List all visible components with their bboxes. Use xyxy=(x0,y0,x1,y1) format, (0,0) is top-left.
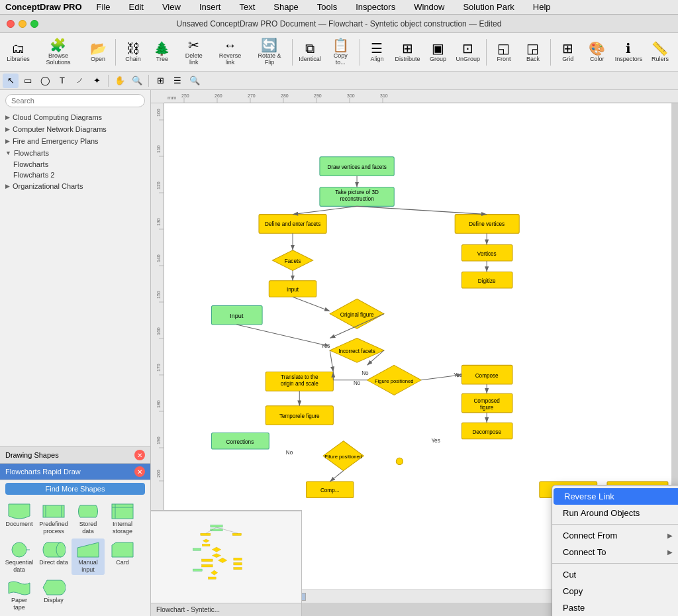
distribute-button[interactable]: ⊞ Distribute xyxy=(392,36,422,69)
back-button[interactable]: ◲ Back xyxy=(519,36,547,69)
shape-sequential-data[interactable]: Sequential data xyxy=(3,539,36,576)
maximize-button[interactable] xyxy=(30,20,38,28)
ctx-copy[interactable]: Copy xyxy=(552,583,678,599)
collapse-arrow: ▶ xyxy=(5,138,10,144)
rapid-draw-panel[interactable]: Flowcharts Rapid Draw ✕ xyxy=(0,464,150,480)
find-more-button[interactable]: Find More Shapes xyxy=(5,483,145,495)
copy-to-button[interactable]: 📋 Copy to... xyxy=(325,36,356,69)
rect-tool[interactable]: ▭ xyxy=(20,74,36,88)
shape-internal-storage[interactable]: Internal storage xyxy=(106,500,139,537)
menu-text[interactable]: Text xyxy=(235,1,259,13)
expand-arrow: ▼ xyxy=(5,150,11,156)
browse-solutions-button[interactable]: 🧩 Browse Solutions xyxy=(34,36,83,69)
front-button[interactable]: ◱ Front xyxy=(490,36,518,69)
rulers-button[interactable]: 📏 Rulers xyxy=(646,36,674,69)
sidebar-item-cloud[interactable]: ▶ Cloud Computing Diagrams xyxy=(0,111,150,123)
chain-button[interactable]: ⛓ Chain xyxy=(119,36,147,69)
shape-card[interactable]: Card xyxy=(106,539,139,576)
shape-manual-input[interactable]: Manual input xyxy=(72,539,105,576)
drawing-shapes-panel[interactable]: Drawing Shapes ✕ xyxy=(0,447,150,464)
text-tool[interactable]: T xyxy=(54,74,70,88)
menu-edit[interactable]: Edit xyxy=(125,1,148,13)
ctx-cut[interactable]: Cut xyxy=(552,566,678,583)
grid-view-tool[interactable]: ⊞ xyxy=(152,74,168,88)
svg-marker-136 xyxy=(218,558,226,562)
hand-tool[interactable]: ✋ xyxy=(112,74,128,88)
ctx-paste[interactable]: Paste xyxy=(552,599,678,616)
list-view-tool[interactable]: ☰ xyxy=(170,74,185,88)
group-button[interactable]: ▣ Group xyxy=(424,36,452,69)
ctx-connect-from[interactable]: Connect From ▶ xyxy=(552,527,678,544)
menu-shape[interactable]: Shape xyxy=(269,1,303,13)
svg-text:Compose: Compose xyxy=(475,373,499,379)
flowcharts-label: Flowcharts xyxy=(14,149,49,157)
grid-button[interactable]: ⊞ Grid xyxy=(554,36,582,69)
sidebar-item-flowcharts[interactable]: ▼ Flowcharts Flowcharts Flowcharts 2 xyxy=(0,147,150,180)
color-label: Color xyxy=(590,56,605,63)
sidebar-subitem-flowcharts[interactable]: Flowcharts xyxy=(0,159,150,170)
connect-tool[interactable]: ⟋ xyxy=(72,74,87,88)
reverse-link-button[interactable]: ↔ Reverse link xyxy=(211,36,248,69)
menu-view[interactable]: View xyxy=(158,1,185,13)
rotate-label: Rotate & Flip xyxy=(254,53,285,66)
oval-tool[interactable]: ◯ xyxy=(37,74,53,88)
svg-text:140: 140 xyxy=(156,254,161,262)
rapid-draw-close[interactable]: ✕ xyxy=(134,466,145,477)
distribute-icon: ⊞ xyxy=(402,42,413,55)
app-name[interactable]: ConceptDraw PRO xyxy=(5,2,82,12)
shape-direct-data[interactable]: Direct data xyxy=(37,539,70,576)
shape-stored-data[interactable]: Stored data xyxy=(72,500,105,537)
rotate-flip-button[interactable]: 🔄 Rotate & Flip xyxy=(250,36,289,69)
align-button[interactable]: ☰ Align xyxy=(363,36,391,69)
menu-help[interactable]: Help xyxy=(529,1,555,13)
toolbar-separator-4 xyxy=(486,39,487,66)
menu-file[interactable]: File xyxy=(93,1,115,13)
svg-text:160: 160 xyxy=(156,327,161,335)
magic-wand-tool[interactable]: ✦ xyxy=(89,74,105,88)
drawing-shapes-close[interactable]: ✕ xyxy=(134,450,145,460)
ctx-run-around[interactable]: Run Around Objects xyxy=(552,505,678,521)
sidebar-item-org[interactable]: ▶ Organizational Charts xyxy=(0,180,150,192)
svg-text:310: 310 xyxy=(380,93,388,98)
search-input[interactable] xyxy=(5,94,145,107)
shape-predefined-process[interactable]: Predefined process xyxy=(37,500,70,537)
delete-link-button[interactable]: ✂ Delete link xyxy=(177,36,211,69)
shape-document[interactable]: Document xyxy=(3,500,36,537)
network-label: Computer Network Diagrams xyxy=(13,125,107,133)
menu-window[interactable]: Window xyxy=(410,1,448,13)
svg-text:Define vertices: Define vertices xyxy=(469,221,505,227)
sidebar-item-fire[interactable]: ▶ Fire and Emergency Plans xyxy=(0,135,150,147)
select-tool[interactable]: ↖ xyxy=(3,74,19,88)
inspectors-button[interactable]: ℹ Inspectors xyxy=(612,36,645,69)
menu-inspectors[interactable]: Inspectors xyxy=(352,1,399,13)
rulers-icon: 📏 xyxy=(652,42,668,55)
inspectors-label: Inspectors xyxy=(615,56,643,63)
svg-text:180: 180 xyxy=(156,400,161,408)
canvas-area[interactable]: mm 250 260 270 280 290 300 310 xyxy=(151,90,678,616)
menu-tools[interactable]: Tools xyxy=(313,1,341,13)
open-button[interactable]: 📂 Open xyxy=(84,36,112,69)
svg-rect-139 xyxy=(233,558,242,560)
shape-panels: Drawing Shapes ✕ Flowcharts Rapid Draw ✕… xyxy=(0,446,150,616)
sidebar-item-network[interactable]: ▶ Computer Network Diagrams xyxy=(0,123,150,135)
shape-display-label: Display xyxy=(44,597,64,604)
shape-display[interactable]: Display xyxy=(37,576,70,613)
libraries-button[interactable]: 🗂 Libraries xyxy=(4,36,32,69)
sidebar-subitem-flowcharts2[interactable]: Flowcharts 2 xyxy=(0,170,150,180)
svg-point-108 xyxy=(396,458,403,464)
ctx-reverse-link[interactable]: Reverse Link xyxy=(554,488,678,505)
search-tool[interactable]: 🔍 xyxy=(187,74,203,88)
menu-insert[interactable]: Insert xyxy=(195,1,225,13)
ctx-connect-to[interactable]: Connect To ▶ xyxy=(552,544,678,560)
svg-rect-142 xyxy=(193,569,202,571)
menu-solution-park[interactable]: Solution Park xyxy=(459,1,518,13)
color-button[interactable]: 🎨 Color xyxy=(583,36,611,69)
minimize-button[interactable] xyxy=(19,20,26,28)
ctx-reverse-link-label: Reverse Link xyxy=(564,491,614,501)
shape-paper-tape[interactable]: Paper tape xyxy=(3,576,36,613)
identical-button[interactable]: ⧉ Identical xyxy=(296,36,324,69)
tree-button[interactable]: 🌲 Tree xyxy=(148,36,176,69)
zoom-tool[interactable]: 🔍 xyxy=(129,74,145,88)
close-button[interactable] xyxy=(7,20,15,28)
ungroup-button[interactable]: ⊡ UnGroup xyxy=(453,36,483,69)
